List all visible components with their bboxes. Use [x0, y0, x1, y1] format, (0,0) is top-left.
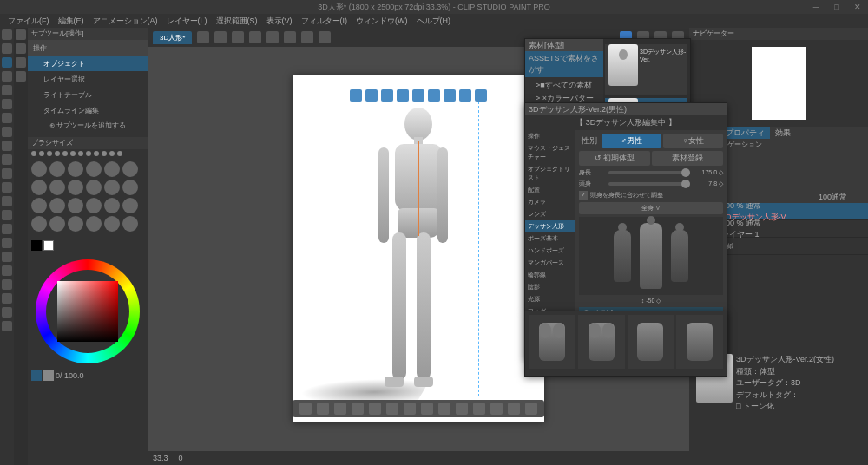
head-slider[interactable]: [608, 182, 690, 186]
height-slider[interactable]: [608, 171, 690, 174]
cat-item[interactable]: カメラ: [525, 196, 575, 208]
cat-item[interactable]: ポーズ基本: [525, 232, 575, 245]
brush-preset[interactable]: [49, 180, 65, 195]
toolbar-icon[interactable]: [197, 31, 209, 43]
tool-ruler-icon[interactable]: [2, 279, 12, 290]
head-link-checkbox[interactable]: 頭身を身長に合わせて調整: [579, 191, 723, 200]
brush-dot[interactable]: [47, 151, 52, 156]
silhouette-editor[interactable]: [579, 217, 723, 295]
subtool-slot-icon[interactable]: [16, 43, 26, 54]
brush-preset[interactable]: [68, 216, 83, 232]
brush-preset[interactable]: [31, 198, 47, 213]
tool-wand-icon[interactable]: [2, 99, 12, 109]
manip-rotate-icon[interactable]: [381, 89, 393, 102]
silhouette-thin[interactable]: [614, 230, 631, 282]
cat-item[interactable]: マンガパース: [525, 257, 575, 269]
cat-item[interactable]: 光源: [525, 293, 575, 305]
cat-item[interactable]: 配置: [525, 184, 575, 196]
silhouette-main[interactable]: [640, 223, 662, 289]
brush-dot[interactable]: [55, 151, 60, 156]
toolbar-icon[interactable]: [249, 31, 261, 43]
menu-view[interactable]: 表示(V): [262, 14, 297, 28]
brush-preset[interactable]: [86, 216, 102, 232]
angle-value[interactable]: ↕ -50 ◇: [579, 298, 723, 305]
subtool-item-layerselect[interactable]: レイヤー選択: [28, 71, 148, 87]
ctb-icon[interactable]: [508, 403, 520, 415]
reset-body-button[interactable]: ↺ 初期体型: [579, 151, 650, 166]
tool-eyedropper-icon[interactable]: [2, 113, 12, 123]
manip-scale-icon[interactable]: [412, 89, 424, 102]
subtool-item-object[interactable]: オブジェクト: [28, 56, 148, 71]
brush-dot[interactable]: [102, 151, 107, 156]
toolbar-icon[interactable]: [214, 31, 227, 43]
gender-female-button[interactable]: ♀女性: [663, 134, 723, 148]
ctb-icon[interactable]: [473, 403, 485, 415]
tool-balloon-icon[interactable]: [2, 307, 12, 318]
ctb-icon[interactable]: [299, 403, 312, 415]
tool-gradient-icon[interactable]: [2, 238, 12, 248]
detail-tone[interactable]: □ トーン化: [736, 401, 861, 413]
toolbar-icon[interactable]: [301, 31, 313, 43]
gender-male-button[interactable]: ♂男性: [602, 134, 661, 148]
brush-preset[interactable]: [31, 216, 47, 232]
tool-move-icon[interactable]: [2, 43, 12, 54]
tool-brush-icon[interactable]: [2, 154, 12, 165]
tool-pen-icon[interactable]: [2, 127, 12, 137]
figure-foot-left[interactable]: [385, 377, 404, 387]
brush-dot[interactable]: [117, 151, 122, 156]
manip-move-icon[interactable]: [397, 89, 409, 102]
navigator-thumb[interactable]: [752, 47, 806, 120]
cat-item[interactable]: オブジェクトリスト: [525, 163, 575, 184]
brush-dot[interactable]: [62, 151, 68, 156]
material-card[interactable]: 3Dデッサン人形-Ver.: [605, 44, 687, 95]
mat-card[interactable]: [628, 315, 674, 369]
tool-figure-icon[interactable]: [2, 252, 12, 262]
menu-file[interactable]: ファイル(F): [3, 14, 54, 28]
mat-card[interactable]: [578, 315, 625, 369]
minimize-icon[interactable]: ─: [806, 0, 826, 14]
ctb-icon[interactable]: [386, 403, 398, 415]
ctb-icon[interactable]: [352, 403, 364, 415]
mat-card[interactable]: [676, 315, 723, 369]
tool-correct-icon[interactable]: [2, 321, 12, 331]
menu-animation[interactable]: アニメーション(A): [89, 14, 162, 28]
brush-preset[interactable]: [122, 180, 138, 195]
cat-item[interactable]: レンズ: [525, 208, 575, 220]
ctb-icon[interactable]: [404, 403, 416, 415]
toolbar-icon[interactable]: [284, 31, 296, 43]
tool-eraser-icon[interactable]: [2, 196, 12, 206]
brush-dot[interactable]: [78, 151, 83, 156]
brush-preset[interactable]: [104, 161, 120, 177]
brush-preset[interactable]: [68, 161, 83, 177]
brush-preset[interactable]: [104, 216, 120, 232]
subtool-add-button[interactable]: ⊕ サブツールを追加する: [28, 118, 148, 134]
assets-search[interactable]: ASSETSで素材をさがす: [525, 51, 603, 77]
brush-dot[interactable]: [109, 151, 115, 156]
ctb-icon[interactable]: [456, 403, 468, 415]
manip-camera-icon[interactable]: [350, 89, 362, 102]
cat-item[interactable]: デッサン人形: [525, 220, 575, 232]
opacity-value[interactable]: 100: [819, 191, 832, 203]
tree-item[interactable]: >■すべての素材: [527, 79, 602, 92]
ctb-icon[interactable]: [438, 403, 450, 415]
ctb-icon[interactable]: [317, 403, 329, 415]
cat-item[interactable]: 陰影: [525, 281, 575, 293]
brush-preset[interactable]: [104, 180, 120, 195]
brush-preset[interactable]: [49, 216, 65, 232]
menu-selection[interactable]: 選択範囲(S): [212, 14, 262, 28]
height-value[interactable]: 175.0 ◇: [694, 169, 723, 176]
prop-title[interactable]: 3Dデッサン人形-Ver.2(男性): [525, 103, 727, 115]
brush-dot[interactable]: [39, 151, 44, 156]
tab-effect[interactable]: 効果: [770, 127, 796, 139]
head-value[interactable]: 7.8 ◇: [694, 180, 723, 187]
color-chip[interactable]: [43, 370, 54, 381]
tool-blend-icon[interactable]: [2, 210, 12, 220]
brush-preset[interactable]: [49, 161, 65, 177]
cat-item[interactable]: マウス・ジェスチャー: [525, 142, 575, 163]
cat-item[interactable]: 操作: [525, 130, 575, 142]
swatch-bg[interactable]: [43, 240, 54, 251]
brush-preset[interactable]: [86, 180, 102, 195]
tool-layermove-icon[interactable]: [2, 71, 12, 82]
brush-dot[interactable]: [94, 151, 99, 156]
brush-dot[interactable]: [31, 151, 36, 156]
